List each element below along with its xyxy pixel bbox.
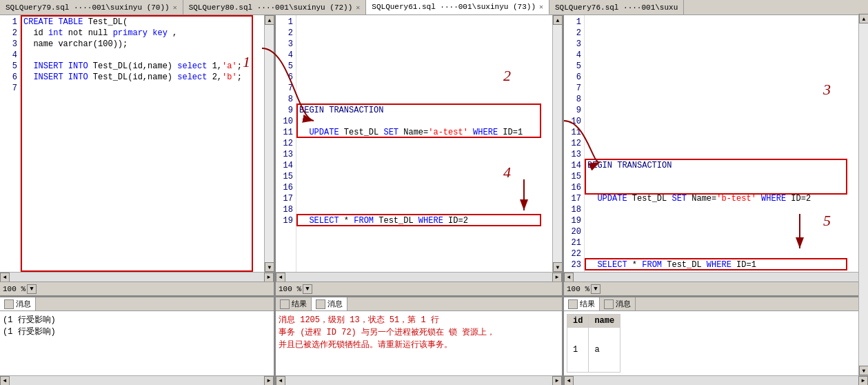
bottom-pane-1: 消息 (1 行受影响) (1 行受影响) ▲ ▼ ◄	[0, 297, 276, 385]
bottom-pane-2: 结果 消息 消息 1205，级别 13，状态 51，第 1 行 事务 (进程 I…	[276, 297, 564, 385]
messages-label-3: 消息	[616, 299, 631, 309]
scrollbar-h-bp2[interactable]: ◄ ►	[276, 375, 562, 385]
editor-content-1: 1234567 CREATE TABLE Test_DL( id int not…	[0, 15, 274, 272]
zoom-label-1: 100 %	[3, 285, 26, 293]
messages-label-1: 消息	[16, 299, 31, 309]
status-bar-3: 100 % ▼	[564, 282, 868, 295]
tab-4-title: SQLQuery76.sql ····001\suxu	[555, 3, 678, 12]
zoom-label-2: 100 %	[279, 285, 301, 293]
scroll-up-1[interactable]: ▲	[265, 15, 274, 25]
scroll-up-2[interactable]: ▲	[553, 15, 562, 25]
col-id: id	[567, 315, 589, 328]
scroll-h-track-bp3[interactable]	[574, 376, 858, 386]
col-name: name	[589, 315, 620, 328]
scroll-right-2[interactable]: ►	[552, 273, 562, 282]
messages-icon-3	[604, 299, 614, 309]
scroll-right-bp1[interactable]: ►	[264, 376, 274, 386]
status-bar-2: 100 % ▼	[276, 282, 562, 295]
scrollbar-h-3[interactable]: ◄ ►	[564, 272, 868, 282]
line-numbers-3: 1234567891011121314151617181920212223242…	[564, 15, 585, 272]
scroll-h-track-2[interactable]	[285, 273, 552, 282]
bottom-tab-results-2[interactable]: 结果	[276, 297, 312, 310]
bottom-content-wrapper-1: (1 行受影响) (1 行受影响) ▲ ▼ ◄ ►	[0, 311, 274, 385]
zoom-label-3: 100 %	[567, 285, 589, 293]
annotation-1: 1	[243, 57, 250, 68]
tab-1[interactable]: SQLQuery79.sql ····001\suxinyu (70)) ✕	[0, 0, 183, 14]
bottom-pane-3: 结果 消息 id name	[564, 297, 868, 385]
bottom-tab-messages-1[interactable]: 消息	[0, 297, 36, 310]
scroll-h-track-3[interactable]	[574, 273, 858, 282]
zoom-btn-1[interactable]: ▼	[27, 284, 37, 294]
bottom-content-wrapper-2: 消息 1205，级别 13，状态 51，第 1 行 事务 (进程 ID 72) …	[276, 311, 562, 385]
app-container: SQLQuery79.sql ····001\suxinyu (70)) ✕ S…	[0, 0, 868, 385]
scroll-h-track-bp1[interactable]	[10, 376, 264, 386]
scroll-left-bp2[interactable]: ◄	[276, 376, 285, 386]
tab-1-title: SQLQuery79.sql ····001\suxinyu (70))	[6, 3, 170, 12]
scroll-down-1[interactable]: ▼	[265, 262, 274, 272]
scroll-track-2[interactable]	[553, 25, 562, 262]
bottom-tab-results-3[interactable]: 结果	[564, 297, 600, 310]
zoom-1: 100 % ▼	[3, 284, 37, 294]
scroll-left-3[interactable]: ◄	[564, 273, 574, 282]
code-area-3[interactable]: 3 5 BEGIN TRANSACTION UPDATE Test_DL SET…	[585, 15, 858, 272]
messages-icon-1	[4, 299, 14, 309]
scroll-track-1[interactable]	[265, 25, 274, 262]
results-label-3: 结果	[580, 299, 595, 309]
scrollbar-h-bp3[interactable]: ◄ ►	[564, 375, 868, 385]
bottom-tab-bar-2: 结果 消息	[276, 297, 562, 311]
cell-id: 1	[567, 328, 589, 373]
tab-2-title: SQLQuery80.sql ····001\suxinyu (72))	[189, 3, 353, 12]
code-area-2[interactable]: 2 4 BEGIN TRANSACTION UPDATE Test_DL SET…	[296, 15, 552, 272]
bottom-tab-bar-3: 结果 消息	[564, 297, 868, 311]
bottom-content-2: 消息 1205，级别 13，状态 51，第 1 行 事务 (进程 ID 72) …	[276, 311, 562, 375]
messages-label-2: 消息	[327, 299, 343, 309]
editor-content-2: 12345678910111213141516171819 2 4 BEGIN …	[276, 15, 562, 272]
line-numbers-1: 1234567	[0, 15, 21, 272]
line-numbers-2: 12345678910111213141516171819	[276, 15, 296, 272]
annotation-2: 2	[503, 70, 511, 81]
tab-2-close[interactable]: ✕	[356, 3, 360, 12]
tab-3[interactable]: SQLQuery61.sql ····001\suxinyu (73)) ✕	[366, 0, 549, 14]
scrollbar-h-1[interactable]: ◄ ►	[0, 272, 274, 282]
scroll-right-bp2[interactable]: ►	[552, 376, 562, 386]
scroll-h-track-1[interactable]	[10, 273, 264, 282]
zoom-btn-3[interactable]: ▼	[591, 284, 600, 294]
editor-pane-2: 12345678910111213141516171819 2 4 BEGIN …	[276, 15, 564, 295]
cell-name: a	[589, 328, 620, 373]
tab-3-close[interactable]: ✕	[539, 3, 543, 11]
tab-bar: SQLQuery79.sql ····001\suxinyu (70)) ✕ S…	[0, 0, 868, 15]
scroll-left-2[interactable]: ◄	[276, 273, 285, 282]
tab-2[interactable]: SQLQuery80.sql ····001\suxinyu (72)) ✕	[183, 0, 367, 14]
result-table: id name 1 a	[567, 314, 620, 373]
bottom-tab-messages-3[interactable]: 消息	[600, 297, 636, 310]
messages-icon-2	[316, 299, 325, 309]
scrollbar-v-1[interactable]: ▲ ▼	[264, 15, 274, 272]
bottom-content-3: id name 1 a	[564, 311, 868, 375]
bottom-content-1: (1 行受影响) (1 行受影响)	[0, 311, 274, 375]
scroll-down-2[interactable]: ▼	[553, 262, 562, 272]
zoom-btn-2[interactable]: ▼	[303, 284, 312, 294]
status-bar-1: 100 % ▼	[0, 282, 274, 295]
scroll-h-track-bp2[interactable]	[285, 376, 552, 386]
scrollbar-h-bp1[interactable]: ◄ ►	[0, 375, 274, 385]
scroll-left-bp1[interactable]: ◄	[0, 376, 10, 386]
scroll-left-1[interactable]: ◄	[0, 273, 10, 282]
scroll-left-bp3[interactable]: ◄	[564, 376, 574, 386]
tab-1-close[interactable]: ✕	[173, 3, 177, 12]
bottom-tab-messages-2[interactable]: 消息	[312, 297, 347, 310]
scroll-right-bp3[interactable]: ►	[858, 376, 868, 386]
tab-3-title: SQLQuery61.sql ····001\suxinyu (73))	[372, 3, 536, 11]
bottom-panels: 消息 (1 行受影响) (1 行受影响) ▲ ▼ ◄	[0, 295, 868, 385]
results-icon-3	[568, 299, 578, 309]
editor-pane-3: 1234567891011121314151617181920212223242…	[564, 15, 868, 295]
bottom-tab-bar-1: 消息	[0, 297, 274, 311]
code-area-1[interactable]: CREATE TABLE Test_DL( id int not null pr…	[21, 15, 264, 272]
scroll-right-1[interactable]: ►	[264, 273, 274, 282]
tab-4[interactable]: SQLQuery76.sql ····001\suxu	[549, 0, 684, 14]
scrollbar-v-2[interactable]: ▲ ▼	[552, 15, 562, 272]
annotation-4: 4	[503, 167, 511, 178]
scrollbar-h-2[interactable]: ◄ ►	[276, 272, 562, 282]
annotation-3: 3	[823, 84, 831, 95]
messages-text-1: (1 行受影响) (1 行受影响)	[3, 314, 56, 373]
results-icon-2	[280, 299, 290, 309]
